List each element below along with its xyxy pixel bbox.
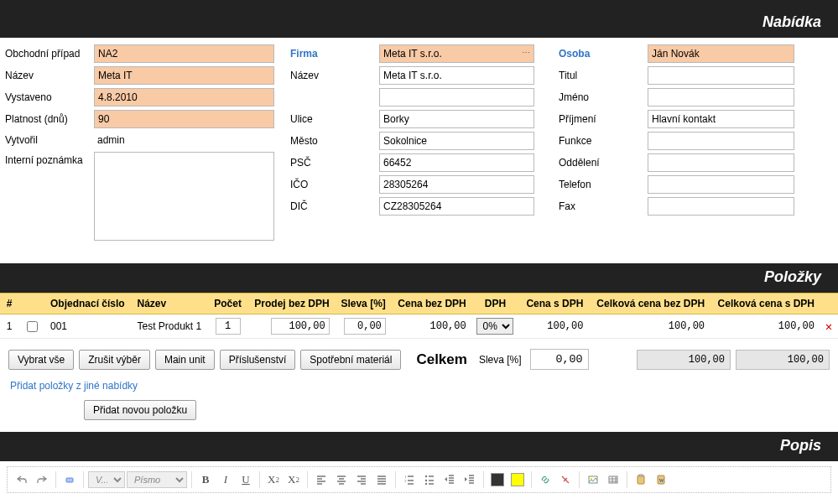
toolbar-separator	[395, 471, 396, 488]
insert-table-icon[interactable]	[604, 470, 622, 489]
col-order: Objednací číslo	[45, 294, 132, 314]
cell-pricevat: 100,00	[519, 314, 588, 339]
offer-form: Obchodní případ Název Vystaveno Platnost…	[0, 38, 838, 263]
totals-label: Celkem	[416, 351, 466, 368]
col-vat: DPH	[471, 294, 520, 314]
copy-items-link[interactable]: Přidat položky z jiné nabídky	[0, 375, 148, 400]
col-sell: Prodej bez DPH	[247, 294, 335, 314]
row-checkbox[interactable]	[27, 321, 38, 332]
label-firstname: Jméno	[557, 89, 648, 106]
align-right-icon[interactable]	[352, 470, 371, 489]
redo-icon[interactable]	[33, 470, 51, 489]
left-name-input[interactable]	[94, 66, 274, 85]
col-disc: Sleva [%]	[335, 294, 391, 314]
dept-input[interactable]	[648, 153, 794, 172]
label-created: Vytvořil	[3, 132, 94, 148]
text-color-icon[interactable]	[488, 470, 507, 489]
firm-name2-input[interactable]	[379, 88, 534, 107]
validity-input[interactable]	[94, 110, 274, 128]
toolbar-separator	[259, 471, 260, 488]
toolbar-separator	[307, 471, 308, 488]
size-select[interactable]: V...	[88, 471, 125, 488]
firstname-input[interactable]	[648, 88, 794, 107]
label-role: Funkce	[557, 132, 648, 149]
main-unit-button[interactable]: Main unit	[155, 350, 215, 370]
total-without-vat: 100,00	[637, 350, 731, 370]
label-title: Titul	[557, 67, 648, 84]
label-validity: Platnost (dnů)	[3, 111, 94, 127]
bg-color-icon[interactable]	[508, 470, 527, 489]
delete-row-icon[interactable]: ✕	[825, 320, 832, 334]
label-name: Název	[3, 67, 94, 84]
font-select[interactable]: Písmo	[127, 471, 187, 488]
label-fax: Fax	[557, 198, 648, 215]
label-dept: Oddělení	[557, 154, 648, 171]
toolbar-separator	[191, 471, 192, 488]
list-unordered-icon[interactable]	[420, 470, 439, 489]
unlink-icon[interactable]	[556, 470, 575, 489]
deselect-button[interactable]: Zrušit výběr	[79, 350, 150, 370]
svg-rect-0	[66, 478, 73, 482]
person-input[interactable]	[648, 44, 794, 63]
issued-input[interactable]	[94, 88, 274, 107]
superscript-icon[interactable]: X2	[284, 470, 303, 489]
cell-num: 1	[0, 314, 18, 339]
bold-icon[interactable]: B	[196, 470, 215, 489]
col-num: #	[0, 294, 18, 314]
rte-toolbar: V... Písmo B I U X2 X2 12	[8, 467, 830, 492]
align-justify-icon[interactable]	[372, 470, 391, 489]
cell-order: 001	[45, 314, 132, 339]
select-all-button[interactable]: Vybrat vše	[8, 350, 74, 370]
undo-icon[interactable]	[13, 470, 31, 489]
sell-input[interactable]	[271, 318, 330, 335]
firm-name-input[interactable]	[379, 66, 534, 85]
firm-picker-icon[interactable]: ⋯	[522, 48, 531, 57]
paste-word-icon[interactable]: W	[652, 470, 670, 489]
case-input[interactable]	[94, 44, 274, 63]
align-left-icon[interactable]	[312, 470, 331, 489]
phone-input[interactable]	[648, 175, 794, 194]
discount-label: Sleva [%]	[479, 354, 522, 366]
note-textarea[interactable]	[94, 152, 274, 241]
fax-input[interactable]	[648, 197, 794, 216]
ico-input[interactable]	[379, 175, 534, 194]
eraser-icon[interactable]	[60, 470, 79, 489]
align-center-icon[interactable]	[332, 470, 351, 489]
street-input[interactable]	[379, 110, 534, 128]
vat-select[interactable]: 0%	[476, 318, 513, 335]
qty-input[interactable]	[216, 318, 241, 335]
svg-point-5	[425, 483, 427, 485]
outdent-icon[interactable]	[440, 470, 459, 489]
toolbar-separator	[627, 471, 627, 488]
col-pricevat: Cena s DPH	[519, 294, 588, 314]
firm-input[interactable]	[379, 44, 534, 63]
consumables-button[interactable]: Spotřební materiál	[300, 350, 401, 370]
dic-input[interactable]	[379, 197, 534, 216]
total-with-vat: 100,00	[736, 350, 830, 370]
title-input[interactable]	[648, 66, 794, 85]
col-name: Název	[132, 294, 208, 314]
toolbar-separator	[55, 471, 56, 488]
svg-point-4	[425, 480, 427, 481]
italic-icon[interactable]: I	[216, 470, 235, 489]
insert-image-icon[interactable]	[584, 470, 602, 489]
link-icon[interactable]	[536, 470, 554, 489]
city-input[interactable]	[379, 132, 534, 150]
add-row-button[interactable]: Přidat novou položku	[84, 400, 196, 420]
subscript-icon[interactable]: X2	[264, 470, 283, 489]
role-input[interactable]	[648, 132, 794, 150]
list-ordered-icon[interactable]: 12	[400, 470, 419, 489]
total-discount-input[interactable]	[530, 349, 589, 370]
label-firm-blank	[289, 95, 379, 100]
label-zip: PSČ	[289, 154, 379, 171]
cell-name: Test Produkt 1	[132, 314, 208, 339]
indent-icon[interactable]	[461, 470, 479, 489]
accessories-button[interactable]: Příslušenství	[220, 350, 296, 370]
label-lastname: Příjmení	[557, 111, 648, 127]
disc-input[interactable]	[344, 318, 386, 335]
section-title-offer: Nabídka	[0, 8, 838, 38]
zip-input[interactable]	[379, 153, 534, 172]
paste-icon[interactable]	[632, 470, 650, 489]
underline-icon[interactable]: U	[237, 470, 255, 489]
lastname-input[interactable]	[648, 110, 794, 128]
